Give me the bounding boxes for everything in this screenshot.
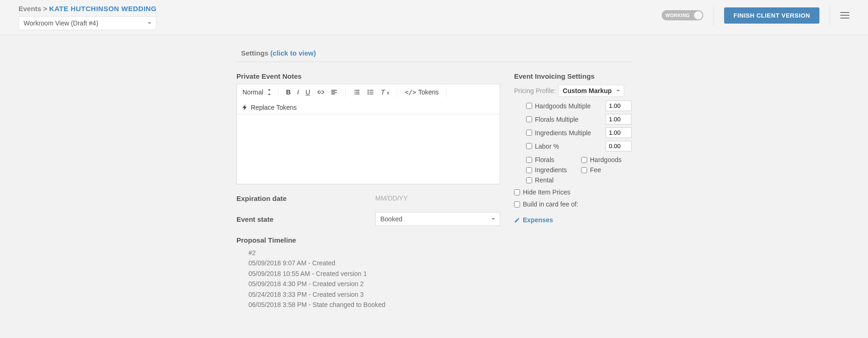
ingredients-multiple-checkbox[interactable]	[526, 130, 532, 136]
tokens-button[interactable]: </> Tokens	[405, 88, 439, 96]
right-column: Event Invoicing Settings Pricing Profile…	[514, 72, 632, 310]
align-icon[interactable]	[330, 88, 338, 96]
pencil-icon	[514, 217, 520, 223]
florals-multiple-checkbox[interactable]	[526, 116, 532, 122]
fee-checkbox[interactable]	[581, 167, 587, 173]
bold-icon[interactable]: B	[286, 88, 291, 96]
breadcrumb: Events > KATE HUTCHINSON WEDDING	[19, 5, 156, 13]
pricing-profile-select[interactable]: Custom Markup	[558, 85, 624, 97]
ingredients-label: Ingredients	[535, 166, 567, 174]
notes-editor: Normal B I U	[236, 84, 500, 184]
expiration-label: Expiration date	[236, 194, 366, 202]
menu-icon[interactable]	[840, 12, 849, 19]
hardgoods-label: Hardgoods	[590, 156, 622, 163]
italic-icon[interactable]: I	[297, 88, 299, 96]
finish-client-version-button[interactable]: FINISH CLIENT VERSION	[724, 7, 819, 24]
rental-checkbox[interactable]	[526, 177, 532, 183]
rental-label: Rental	[535, 176, 553, 184]
expenses-link[interactable]: Expenses	[514, 216, 632, 224]
format-select[interactable]: Normal	[242, 88, 271, 97]
hardgoods-multiple-checkbox[interactable]	[526, 103, 532, 109]
labor-checkbox[interactable]	[526, 143, 532, 149]
hardgoods-multiple-label: Hardgoods Multiple	[535, 102, 591, 110]
fee-label: Fee	[590, 166, 601, 174]
timeline-entry: 05/09/2018 10:55 AM - Created version 1	[248, 269, 500, 279]
tokens-label: Tokens	[418, 88, 439, 96]
link-icon[interactable]	[316, 88, 324, 96]
svg-point-0	[368, 90, 369, 91]
settings-header: Settings (click to view)	[236, 46, 632, 62]
invoicing-heading: Event Invoicing Settings	[514, 72, 632, 80]
separator	[397, 87, 397, 97]
working-toggle[interactable]: WORKING	[662, 10, 703, 20]
view-select[interactable]: Workroom View (Draft #4)	[19, 16, 156, 30]
main-content: Settings (click to view) Private Event N…	[233, 46, 635, 328]
pricing-profile-value: Custom Markup	[563, 87, 612, 94]
replace-tokens-button[interactable]: Replace Tokens	[242, 104, 297, 111]
florals-label: Florals	[535, 156, 554, 163]
svg-point-2	[368, 94, 369, 95]
florals-multiple-label: Florals Multiple	[535, 116, 578, 123]
event-state-select[interactable]: Booked	[375, 212, 500, 226]
pricing-profile-label: Pricing Profile:	[514, 87, 556, 94]
timeline-entry: 06/05/2018 3:58 PM - State changed to Bo…	[248, 300, 500, 310]
florals-checkbox[interactable]	[526, 157, 532, 163]
labor-label: Labor %	[535, 143, 559, 150]
ingredients-checkbox[interactable]	[526, 167, 532, 173]
top-left: Events > KATE HUTCHINSON WEDDING Workroo…	[19, 5, 156, 30]
private-notes-heading: Private Event Notes	[236, 72, 500, 80]
expenses-label: Expenses	[523, 216, 553, 224]
top-bar: Events > KATE HUTCHINSON WEDDING Workroo…	[0, 0, 868, 35]
ingredients-multiple-input[interactable]	[606, 127, 632, 138]
ordered-list-icon[interactable]	[353, 88, 360, 96]
working-toggle-label: WORKING	[665, 13, 690, 18]
hardgoods-checkbox[interactable]	[581, 157, 587, 163]
ingredients-multiple-label: Ingredients Multiple	[535, 129, 591, 137]
settings-label: Settings	[241, 49, 268, 57]
card-fee-checkbox[interactable]	[514, 201, 520, 207]
editor-toolbar: Normal B I U	[237, 84, 500, 114]
bolt-icon	[242, 104, 249, 111]
timeline-heading: Proposal Timeline	[236, 236, 500, 244]
card-fee-label: Build in card fee of:	[523, 200, 578, 208]
breadcrumb-current[interactable]: KATE HUTCHINSON WEDDING	[49, 5, 156, 13]
svg-point-1	[368, 92, 369, 93]
divider	[713, 5, 714, 26]
expiration-input[interactable]: MM/DD/YY	[375, 193, 500, 204]
separator	[345, 87, 346, 97]
separator	[446, 87, 446, 97]
clear-format-icon[interactable]: Tx	[381, 88, 389, 96]
top-right: WORKING FINISH CLIENT VERSION	[662, 5, 849, 26]
event-state-label: Event state	[236, 215, 366, 223]
view-select-value: Workroom View (Draft #4)	[24, 19, 98, 27]
replace-tokens-label: Replace Tokens	[251, 104, 297, 111]
timeline-entry: 05/09/2018 9:07 AM - Created	[248, 258, 500, 268]
divider	[830, 5, 830, 26]
timeline-entry: 05/09/2018 4:30 PM - Created version 2	[248, 279, 500, 289]
timeline-entry: 05/24/2018 3:33 PM - Created version 3	[248, 289, 500, 300]
timeline-id: #2	[248, 248, 500, 258]
hide-item-prices-checkbox[interactable]	[514, 189, 520, 195]
left-column: Private Event Notes Normal B I U	[236, 72, 500, 310]
editor-body[interactable]	[237, 114, 500, 184]
labor-input[interactable]	[606, 141, 632, 151]
settings-expand-link[interactable]: (click to view)	[270, 49, 316, 57]
underline-icon[interactable]: U	[305, 88, 310, 96]
hide-item-prices-label: Hide Item Prices	[523, 188, 570, 196]
unordered-list-icon[interactable]	[367, 88, 374, 96]
separator	[278, 87, 279, 97]
hardgoods-multiple-input[interactable]	[606, 100, 632, 111]
toggle-knob	[694, 11, 702, 19]
breadcrumb-parent[interactable]: Events >	[19, 5, 47, 13]
proposal-timeline: Proposal Timeline #2 05/09/2018 9:07 AM …	[236, 236, 500, 310]
event-state-value: Booked	[380, 215, 402, 223]
florals-multiple-input[interactable]	[606, 114, 632, 125]
